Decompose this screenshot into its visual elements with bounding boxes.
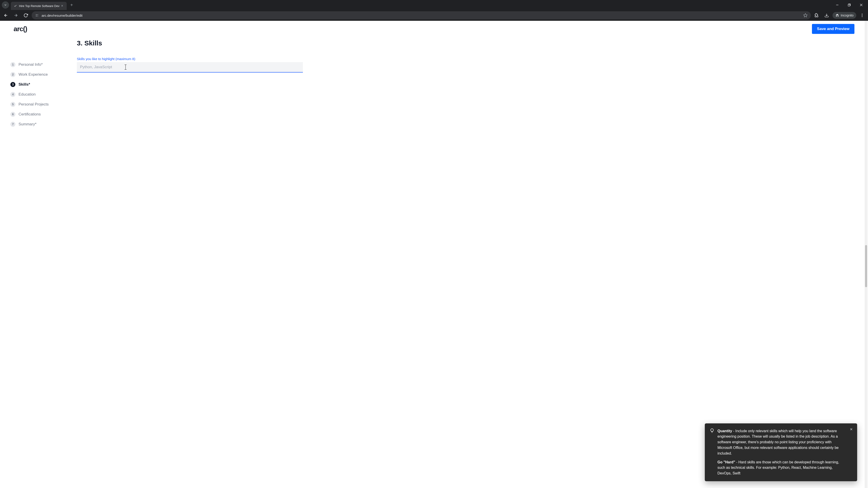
- tab-search-button[interactable]: [2, 1, 9, 8]
- minimize-icon: [836, 4, 839, 6]
- tab-close-button[interactable]: ×: [60, 4, 64, 8]
- sidebar-item-label: Certifications: [19, 112, 41, 117]
- tab-bar: Hire Top Remote Software Dev × +: [0, 0, 868, 10]
- svg-point-12: [862, 14, 862, 14]
- url-text: arc.dev/resume/builder/edit: [41, 13, 801, 18]
- back-button[interactable]: [2, 11, 10, 20]
- tip-title: Go "Hard": [717, 460, 735, 464]
- sidebar-item-label: Education: [19, 92, 36, 97]
- sidebar-item-summary[interactable]: 7 Summary*: [10, 119, 74, 129]
- sidebar-item-education[interactable]: 4 Education: [10, 90, 74, 99]
- step-number: 1: [10, 62, 16, 67]
- section-title: 3. Skills: [77, 39, 303, 47]
- sidebar-item-certifications[interactable]: 6 Certifications: [10, 109, 74, 119]
- sidebar-item-personal-info[interactable]: 1 Personal Info*: [10, 60, 74, 70]
- site-info-icon[interactable]: [35, 13, 39, 18]
- svg-point-8: [36, 16, 36, 16]
- address-bar[interactable]: arc.dev/resume/builder/edit: [32, 11, 811, 20]
- extensions-button[interactable]: [813, 11, 821, 20]
- tip-title: Quantity: [717, 429, 732, 433]
- svg-rect-1: [848, 4, 850, 6]
- tab-title: Hire Top Remote Software Dev: [19, 4, 59, 8]
- main-content: 1 Personal Info* 2 Work Experience 3 Ski…: [0, 37, 868, 129]
- svg-point-14: [862, 16, 862, 17]
- tooltip-close-button[interactable]: [848, 427, 854, 432]
- toolbar-right: Incognito: [813, 11, 866, 20]
- step-number: 5: [10, 102, 16, 107]
- sidebar-item-personal-projects[interactable]: 5 Personal Projects: [10, 99, 74, 109]
- arrow-right-icon: [13, 13, 18, 18]
- svg-marker-10: [804, 13, 807, 17]
- save-preview-button[interactable]: Save and Preview: [812, 24, 855, 34]
- sidebar-item-label: Skills*: [19, 82, 30, 87]
- page-content: arc() Save and Preview 1 Personal Info* …: [0, 21, 868, 488]
- sidebar-item-label: Personal Projects: [19, 102, 49, 107]
- chevron-down-icon: [4, 3, 7, 6]
- browser-menu-button[interactable]: [858, 11, 866, 20]
- scrollbar-thumb[interactable]: [865, 245, 867, 287]
- sidebar-item-skills[interactable]: 3 Skills*: [10, 79, 74, 90]
- skills-input[interactable]: [77, 62, 303, 72]
- app-header: arc() Save and Preview: [0, 21, 868, 37]
- close-icon: [849, 427, 853, 431]
- sidebar-item-work-experience[interactable]: 2 Work Experience: [10, 70, 74, 79]
- sidebar-item-label: Work Experience: [19, 72, 48, 77]
- new-tab-button[interactable]: +: [68, 2, 75, 8]
- reload-icon: [24, 13, 28, 18]
- incognito-badge[interactable]: Incognito: [833, 12, 856, 19]
- logo[interactable]: arc(): [13, 25, 27, 33]
- step-number: 4: [10, 92, 16, 97]
- tooltip-body: Quantity - Include only relevant skills …: [717, 428, 846, 476]
- browser-toolbar: arc.dev/resume/builder/edit Incognito: [0, 10, 868, 21]
- step-number: 3: [10, 82, 16, 87]
- forward-button[interactable]: [12, 11, 20, 20]
- step-number: 6: [10, 112, 16, 117]
- browser-tab[interactable]: Hire Top Remote Software Dev ×: [11, 2, 67, 10]
- tip-tooltip: Quantity - Include only relevant skills …: [705, 423, 857, 481]
- bookmark-button[interactable]: [803, 13, 808, 18]
- svg-point-13: [862, 15, 862, 15]
- minimize-button[interactable]: [832, 1, 842, 8]
- sidebar-nav: 1 Personal Info* 2 Work Experience 3 Ski…: [9, 37, 74, 129]
- arrow-left-icon: [4, 13, 8, 18]
- sidebar-item-label: Summary*: [19, 122, 36, 127]
- close-icon: [860, 4, 863, 6]
- tooltip-tip: Go "Hard" - Hard skills are those which …: [717, 459, 846, 476]
- form-panel: 3. Skills Skills you like to highlight (…: [74, 37, 303, 129]
- browser-chrome: Hire Top Remote Software Dev × +: [0, 0, 868, 21]
- star-icon: [803, 13, 808, 18]
- incognito-icon: [835, 13, 839, 18]
- step-number: 2: [10, 72, 16, 77]
- sidebar-item-label: Personal Info*: [19, 62, 43, 67]
- skills-field-label: Skills you like to highlight (maximum 8): [77, 57, 303, 61]
- download-icon: [825, 13, 829, 18]
- downloads-button[interactable]: [823, 11, 831, 20]
- maximize-icon: [848, 4, 850, 6]
- tooltip-tip: Quantity - Include only relevant skills …: [717, 428, 846, 456]
- tip-text: - Hard skills are those which can be dev…: [717, 460, 839, 475]
- maximize-button[interactable]: [844, 1, 854, 8]
- kebab-icon: [860, 13, 864, 18]
- reload-button[interactable]: [22, 11, 30, 20]
- close-window-button[interactable]: [856, 1, 866, 8]
- tab-favicon-icon: [13, 4, 17, 8]
- tip-text: - Include only relevant skills which wil…: [717, 429, 839, 455]
- step-number: 7: [10, 122, 16, 127]
- page-scrollbar[interactable]: [865, 21, 868, 488]
- window-controls: [832, 1, 866, 8]
- puzzle-icon: [814, 13, 819, 18]
- svg-point-6: [36, 14, 36, 15]
- incognito-label: Incognito: [841, 13, 854, 17]
- lightbulb-icon: [710, 428, 714, 434]
